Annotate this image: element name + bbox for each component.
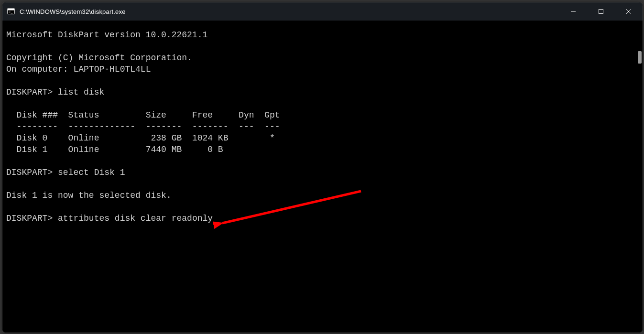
cmd-select-disk: select Disk 1 (58, 168, 125, 177)
copyright-line: Copyright (C) Microsoft Corporation. (6, 53, 192, 63)
prompt: DISKPART> (6, 87, 53, 97)
prompt: DISKPART> (6, 168, 53, 177)
app-window: >_ C:\WINDOWS\system32\diskpart.exe Micr… (2, 2, 643, 333)
cmd-attributes: attributes disk clear readonly (58, 214, 213, 223)
computer-line: On computer: LAPTOP-HL0TL4LL (6, 65, 151, 74)
terminal-icon: >_ (7, 8, 15, 15)
window-controls (559, 2, 643, 21)
select-response: Disk 1 is now the selected disk. (6, 191, 172, 200)
svg-text:>_: >_ (9, 10, 13, 14)
svg-rect-4 (599, 10, 603, 14)
table-header: Disk ### Status Size Free Dyn Gpt (6, 110, 280, 120)
table-row: Disk 0 Online 238 GB 1024 KB * (6, 133, 275, 143)
prompt: DISKPART> (6, 214, 53, 223)
scrollbar-thumb[interactable] (638, 51, 642, 64)
minimize-button[interactable] (559, 2, 587, 21)
close-button[interactable] (615, 2, 643, 21)
scrollbar-track[interactable] (637, 21, 643, 333)
maximize-button[interactable] (587, 2, 615, 21)
version-line: Microsoft DiskPart version 10.0.22621.1 (6, 30, 207, 40)
titlebar[interactable]: >_ C:\WINDOWS\system32\diskpart.exe (2, 2, 643, 21)
cmd-list-disk: list disk (58, 87, 104, 97)
table-divider: -------- ------------- ------- ------- -… (6, 122, 280, 131)
terminal-output[interactable]: Microsoft DiskPart version 10.0.22621.1 … (2, 21, 637, 333)
window-title: C:\WINDOWS\system32\diskpart.exe (20, 8, 126, 15)
table-row: Disk 1 Online 7440 MB 0 B (6, 145, 223, 154)
